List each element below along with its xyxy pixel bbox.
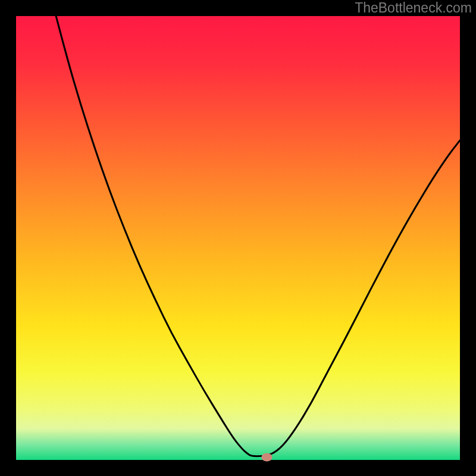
chart-plot-area (16, 16, 460, 460)
watermark: TheBottleneck.com (355, 0, 472, 16)
bottleneck-chart (0, 0, 476, 476)
chart-container: TheBottleneck.com (0, 0, 476, 476)
optimal-marker (261, 453, 272, 462)
